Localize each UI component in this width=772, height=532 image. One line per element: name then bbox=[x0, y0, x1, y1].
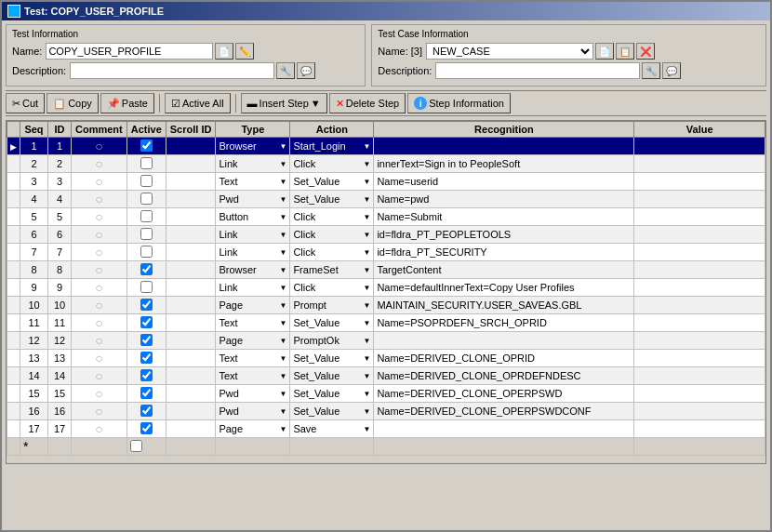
table-row[interactable]: 33○Text▼Set_Value▼Name=userid bbox=[7, 173, 765, 191]
table-row[interactable]: 1212○Page▼PromptOk▼ bbox=[7, 332, 765, 350]
new-row: * bbox=[7, 438, 765, 456]
row-type[interactable]: Text▼ bbox=[216, 314, 290, 332]
row-scroll-id bbox=[166, 261, 216, 279]
row-action[interactable]: Click▼ bbox=[290, 226, 374, 244]
row-active[interactable] bbox=[126, 261, 166, 279]
row-active[interactable] bbox=[126, 367, 166, 385]
row-type[interactable]: Pwd▼ bbox=[216, 385, 290, 403]
test-desc-input[interactable] bbox=[70, 62, 274, 79]
table-row[interactable]: 1717○Page▼Save▼ bbox=[7, 420, 765, 438]
row-action[interactable]: Click▼ bbox=[290, 279, 374, 297]
row-type[interactable]: Button▼ bbox=[216, 208, 290, 226]
delete-step-button[interactable]: ✕ Delete Step bbox=[329, 93, 406, 113]
table-row[interactable]: 77○Link▼Click▼id=fldra_PT_SECURITY bbox=[7, 244, 765, 261]
case-btn1[interactable]: 📄 bbox=[595, 43, 614, 60]
table-row[interactable]: 55○Button▼Click▼Name=Submit bbox=[7, 208, 765, 226]
test-name-input[interactable] bbox=[46, 43, 213, 60]
row-id: 11 bbox=[48, 314, 72, 332]
row-action[interactable]: Set_Value▼ bbox=[290, 385, 374, 403]
row-scroll-id bbox=[166, 226, 216, 244]
test-open-button[interactable]: 📄 bbox=[215, 43, 233, 60]
row-type[interactable]: Browser▼ bbox=[216, 138, 290, 155]
table-row[interactable]: 1515○Pwd▼Set_Value▼Name=DERIVED_CLONE_OP… bbox=[7, 385, 765, 403]
table-row[interactable]: 1111○Text▼Set_Value▼Name=PSOPRDEFN_SRCH_… bbox=[7, 314, 765, 332]
row-active[interactable] bbox=[126, 208, 166, 226]
table-row[interactable]: 99○Link▼Click▼Name=defaultInnerText=Copy… bbox=[7, 279, 765, 297]
row-indicator bbox=[7, 350, 20, 367]
row-active[interactable] bbox=[126, 403, 166, 420]
insert-step-button[interactable]: ▬ Insert Step ▼ bbox=[241, 93, 327, 113]
cut-button[interactable]: ✂ Cut bbox=[6, 93, 45, 113]
row-action[interactable]: Click▼ bbox=[290, 244, 374, 261]
row-active[interactable] bbox=[126, 332, 166, 350]
table-row[interactable]: 22○Link▼Click▼innerText=Sign in to Peopl… bbox=[7, 155, 765, 173]
row-action[interactable]: Set_Value▼ bbox=[290, 403, 374, 420]
row-active[interactable] bbox=[126, 420, 166, 438]
row-active[interactable] bbox=[126, 385, 166, 403]
table-row[interactable]: 88○Browser▼FrameSet▼TargetContent bbox=[7, 261, 765, 279]
row-type[interactable]: Page▼ bbox=[216, 297, 290, 314]
row-action[interactable]: Click▼ bbox=[290, 208, 374, 226]
table-row[interactable]: 44○Pwd▼Set_Value▼Name=pwd bbox=[7, 191, 765, 208]
row-type[interactable]: Browser▼ bbox=[216, 261, 290, 279]
row-active[interactable] bbox=[126, 279, 166, 297]
row-action[interactable]: FrameSet▼ bbox=[290, 261, 374, 279]
case-desc-input[interactable] bbox=[435, 62, 640, 79]
row-type[interactable]: Link▼ bbox=[216, 226, 290, 244]
row-type[interactable]: Page▼ bbox=[216, 332, 290, 350]
table-row[interactable]: 1313○Text▼Set_Value▼Name=DERIVED_CLONE_O… bbox=[7, 350, 765, 367]
case-btn2[interactable]: 📋 bbox=[616, 43, 634, 60]
case-desc-btn2[interactable]: 💬 bbox=[662, 62, 681, 79]
test-desc-btn1[interactable]: 🔧 bbox=[276, 62, 295, 79]
step-info-button[interactable]: i Step Information bbox=[407, 93, 511, 113]
row-active[interactable] bbox=[126, 191, 166, 208]
row-action[interactable]: Set_Value▼ bbox=[290, 191, 374, 208]
table-row[interactable]: 66○Link▼Click▼id=fldra_PT_PEOPLETOOLS bbox=[7, 226, 765, 244]
row-type[interactable]: Link▼ bbox=[216, 279, 290, 297]
steps-table: Seq ID Comment Active Scroll ID Type Act… bbox=[7, 121, 765, 456]
row-action[interactable]: Set_Value▼ bbox=[290, 173, 374, 191]
row-active[interactable] bbox=[126, 297, 166, 314]
table-row[interactable]: 1616○Pwd▼Set_Value▼Name=DERIVED_CLONE_OP… bbox=[7, 403, 765, 420]
case-btn3[interactable]: ❌ bbox=[636, 43, 655, 60]
row-active[interactable] bbox=[126, 173, 166, 191]
row-active[interactable] bbox=[126, 226, 166, 244]
col-id: ID bbox=[48, 122, 72, 138]
row-type[interactable]: Pwd▼ bbox=[216, 403, 290, 420]
paste-button[interactable]: 📌 Paste bbox=[100, 93, 154, 113]
row-action[interactable]: Set_Value▼ bbox=[290, 350, 374, 367]
row-action[interactable]: Set_Value▼ bbox=[290, 367, 374, 385]
row-type[interactable]: Page▼ bbox=[216, 420, 290, 438]
row-type[interactable]: Link▼ bbox=[216, 244, 290, 261]
case-desc-btn1[interactable]: 🔧 bbox=[642, 62, 660, 79]
copy-button[interactable]: 📋 Copy bbox=[47, 93, 99, 113]
row-active[interactable] bbox=[126, 314, 166, 332]
row-active[interactable] bbox=[126, 138, 166, 155]
row-id: 7 bbox=[48, 244, 72, 261]
row-action[interactable]: Save▼ bbox=[290, 420, 374, 438]
row-type[interactable]: Text▼ bbox=[216, 350, 290, 367]
table-row[interactable]: ▶11○Browser▼Start_Login▼ bbox=[7, 138, 765, 155]
row-active[interactable] bbox=[126, 350, 166, 367]
row-action[interactable]: Start_Login▼ bbox=[290, 138, 374, 155]
copy-label: Copy bbox=[68, 98, 92, 109]
row-action[interactable]: Click▼ bbox=[290, 155, 374, 173]
row-indicator bbox=[7, 191, 20, 208]
row-action[interactable]: PromptOk▼ bbox=[290, 332, 374, 350]
row-active[interactable] bbox=[126, 155, 166, 173]
row-action[interactable]: Set_Value▼ bbox=[290, 314, 374, 332]
row-type[interactable]: Text▼ bbox=[216, 173, 290, 191]
main-window: Test: COPY_USER_PROFILE Test Information… bbox=[0, 0, 772, 532]
table-row[interactable]: 1414○Text▼Set_Value▼Name=DERIVED_CLONE_O… bbox=[7, 367, 765, 385]
test-desc-btn2[interactable]: 💬 bbox=[297, 62, 315, 79]
row-type[interactable]: Link▼ bbox=[216, 155, 290, 173]
test-edit-button[interactable]: ✏️ bbox=[235, 43, 254, 60]
row-type[interactable]: Pwd▼ bbox=[216, 191, 290, 208]
row-active[interactable] bbox=[126, 244, 166, 261]
case-name-select[interactable]: NEW_CASE bbox=[426, 43, 593, 60]
active-all-button[interactable]: ☑ Active All bbox=[165, 93, 231, 113]
table-row[interactable]: 1010○Page▼Prompt▼MAINTAIN_SECURITY.USER_… bbox=[7, 297, 765, 314]
row-type[interactable]: Text▼ bbox=[216, 367, 290, 385]
col-recognition: Recognition bbox=[374, 122, 634, 138]
row-action[interactable]: Prompt▼ bbox=[290, 297, 374, 314]
